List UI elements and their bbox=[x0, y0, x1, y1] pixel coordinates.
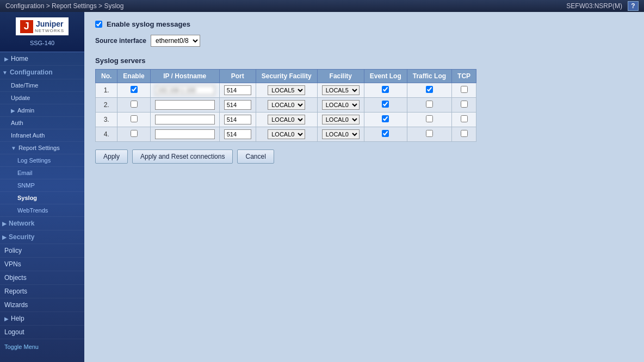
table-row: 2.LOCAL0LOCAL1LOCAL2LOCAL3LOCAL4LOCAL5LO… bbox=[96, 98, 476, 113]
row-traffic-log-4[interactable] bbox=[407, 127, 451, 142]
enable-checkbox-2[interactable] bbox=[131, 101, 138, 108]
sidebar-item-webtrends[interactable]: WebTrends bbox=[0, 204, 84, 217]
tcp-checkbox-3[interactable] bbox=[461, 115, 468, 122]
sidebar-item-configuration[interactable]: ▼ Configuration bbox=[0, 66, 84, 79]
sidebar-item-help[interactable]: ▶ Help bbox=[0, 312, 84, 326]
breadcrumb: Configuration > Report Settings > Syslog bbox=[5, 2, 123, 10]
sidebar-item-policy[interactable]: Policy bbox=[0, 244, 84, 258]
row-event-log-3[interactable] bbox=[364, 113, 407, 127]
cancel-button[interactable]: Cancel bbox=[237, 149, 274, 164]
row-facility-4[interactable]: LOCAL0LOCAL1LOCAL2LOCAL3LOCAL4LOCAL5LOCA… bbox=[317, 127, 364, 142]
row-tcp-3[interactable] bbox=[452, 113, 476, 127]
tcp-checkbox-4[interactable] bbox=[461, 130, 468, 137]
sidebar-item-reports[interactable]: Reports bbox=[0, 285, 84, 298]
syslog-servers-title: Syslog servers bbox=[95, 57, 633, 65]
tcp-checkbox-1[interactable] bbox=[461, 86, 468, 93]
row-event-log-1[interactable] bbox=[364, 83, 407, 98]
row-port-4[interactable] bbox=[219, 127, 256, 142]
row-ip-4[interactable] bbox=[150, 127, 219, 142]
ip-input-3[interactable] bbox=[155, 115, 215, 124]
row-ip-3[interactable] bbox=[150, 113, 219, 127]
row-port-2[interactable] bbox=[219, 98, 256, 113]
sidebar-item-auth[interactable]: Auth bbox=[0, 117, 84, 129]
row-port-1[interactable] bbox=[219, 83, 256, 98]
sidebar-item-network[interactable]: ▶ Network bbox=[0, 217, 84, 230]
security-facility-select-3[interactable]: LOCAL0LOCAL1LOCAL2LOCAL3LOCAL4LOCAL5LOCA… bbox=[268, 115, 305, 124]
facility-select-4[interactable]: LOCAL0LOCAL1LOCAL2LOCAL3LOCAL4LOCAL5LOCA… bbox=[322, 129, 360, 139]
port-input-2[interactable] bbox=[224, 100, 251, 110]
row-port-3[interactable] bbox=[219, 113, 256, 127]
sidebar-item-security[interactable]: ▶ Security bbox=[0, 230, 84, 244]
sidebar-item-update[interactable]: Update bbox=[0, 92, 84, 104]
traffic-log-checkbox-4[interactable] bbox=[426, 130, 433, 137]
row-facility-3[interactable]: LOCAL0LOCAL1LOCAL2LOCAL3LOCAL4LOCAL5LOCA… bbox=[317, 113, 364, 127]
row-traffic-log-2[interactable] bbox=[407, 98, 451, 113]
row-traffic-log-3[interactable] bbox=[407, 113, 451, 127]
facility-select-3[interactable]: LOCAL0LOCAL1LOCAL2LOCAL3LOCAL4LOCAL5LOCA… bbox=[322, 115, 360, 124]
security-facility-select-1[interactable]: LOCAL0LOCAL1LOCAL2LOCAL3LOCAL4LOCAL5LOCA… bbox=[268, 85, 305, 95]
row-facility-2[interactable]: LOCAL0LOCAL1LOCAL2LOCAL3LOCAL4LOCAL5LOCA… bbox=[317, 98, 364, 113]
ip-input-4[interactable] bbox=[155, 129, 215, 139]
event-log-checkbox-1[interactable] bbox=[382, 86, 389, 93]
enable-checkbox-1[interactable] bbox=[131, 86, 138, 93]
event-log-checkbox-2[interactable] bbox=[382, 101, 389, 108]
row-enable-3[interactable] bbox=[117, 113, 150, 127]
row-ip-1[interactable] bbox=[150, 83, 219, 98]
row-security-facility-3[interactable]: LOCAL0LOCAL1LOCAL2LOCAL3LOCAL4LOCAL5LOCA… bbox=[256, 113, 317, 127]
row-enable-1[interactable] bbox=[117, 83, 150, 98]
sidebar-item-report-settings[interactable]: ▼ Report Settings bbox=[0, 142, 84, 154]
sidebar-item-infranet-auth[interactable]: Infranet Auth bbox=[0, 129, 84, 142]
row-traffic-log-1[interactable] bbox=[407, 83, 451, 98]
apply-reset-button[interactable]: Apply and Reset connections bbox=[132, 149, 233, 164]
col-no: No. bbox=[96, 70, 117, 83]
row-num-1: 1. bbox=[96, 83, 117, 98]
facility-select-1[interactable]: LOCAL0LOCAL1LOCAL2LOCAL3LOCAL4LOCAL5LOCA… bbox=[322, 85, 360, 95]
row-event-log-2[interactable] bbox=[364, 98, 407, 113]
apply-button[interactable]: Apply bbox=[95, 149, 128, 164]
enable-checkbox-4[interactable] bbox=[131, 130, 138, 137]
row-event-log-4[interactable] bbox=[364, 127, 407, 142]
row-tcp-4[interactable] bbox=[452, 127, 476, 142]
sidebar-item-snmp[interactable]: SNMP bbox=[0, 179, 84, 192]
sidebar-item-logout[interactable]: Logout bbox=[0, 326, 84, 339]
row-tcp-2[interactable] bbox=[452, 98, 476, 113]
event-log-checkbox-3[interactable] bbox=[382, 115, 389, 122]
row-security-facility-4[interactable]: LOCAL0LOCAL1LOCAL2LOCAL3LOCAL4LOCAL5LOCA… bbox=[256, 127, 317, 142]
sidebar-item-home[interactable]: ▶ Home bbox=[0, 52, 84, 66]
ip-input-2[interactable] bbox=[155, 100, 215, 110]
toggle-menu-button[interactable]: Toggle Menu bbox=[0, 339, 84, 354]
row-tcp-1[interactable] bbox=[452, 83, 476, 98]
tcp-checkbox-2[interactable] bbox=[461, 101, 468, 108]
ip-input-1[interactable] bbox=[155, 85, 215, 95]
facility-select-2[interactable]: LOCAL0LOCAL1LOCAL2LOCAL3LOCAL4LOCAL5LOCA… bbox=[322, 100, 360, 110]
port-input-1[interactable] bbox=[224, 85, 251, 95]
help-button[interactable]: ? bbox=[628, 1, 639, 11]
port-input-3[interactable] bbox=[224, 115, 251, 124]
logo-area: J Juniper NETWORKS SSG-140 bbox=[0, 12, 84, 52]
security-facility-select-4[interactable]: LOCAL0LOCAL1LOCAL2LOCAL3LOCAL4LOCAL5LOCA… bbox=[268, 129, 305, 139]
sidebar-item-admin[interactable]: ▶ Admin bbox=[0, 104, 84, 117]
enable-checkbox-3[interactable] bbox=[131, 115, 138, 122]
sidebar-item-email[interactable]: Email bbox=[0, 167, 84, 179]
row-enable-4[interactable] bbox=[117, 127, 150, 142]
row-ip-2[interactable] bbox=[150, 98, 219, 113]
sidebar-item-syslog[interactable]: Syslog bbox=[0, 192, 84, 204]
traffic-log-checkbox-1[interactable] bbox=[426, 86, 433, 93]
sidebar-item-objects[interactable]: Objects bbox=[0, 271, 84, 285]
row-enable-2[interactable] bbox=[117, 98, 150, 113]
source-interface-select[interactable]: ethernet0/8 ethernet0/1 ethernet0/2 bbox=[151, 35, 200, 47]
sidebar-item-wizards[interactable]: Wizards bbox=[0, 298, 84, 312]
port-input-4[interactable] bbox=[224, 129, 251, 139]
sidebar-item-log-settings[interactable]: Log Settings bbox=[0, 154, 84, 167]
sidebar-item-vpns[interactable]: VPNs bbox=[0, 258, 84, 271]
traffic-log-checkbox-3[interactable] bbox=[426, 115, 433, 122]
traffic-log-checkbox-2[interactable] bbox=[426, 101, 433, 108]
event-log-checkbox-4[interactable] bbox=[382, 130, 389, 137]
row-security-facility-2[interactable]: LOCAL0LOCAL1LOCAL2LOCAL3LOCAL4LOCAL5LOCA… bbox=[256, 98, 317, 113]
expand-icon: ▶ bbox=[4, 316, 9, 322]
row-facility-1[interactable]: LOCAL0LOCAL1LOCAL2LOCAL3LOCAL4LOCAL5LOCA… bbox=[317, 83, 364, 98]
security-facility-select-2[interactable]: LOCAL0LOCAL1LOCAL2LOCAL3LOCAL4LOCAL5LOCA… bbox=[268, 100, 305, 110]
sidebar-item-datetime[interactable]: Date/Time bbox=[0, 79, 84, 92]
row-security-facility-1[interactable]: LOCAL0LOCAL1LOCAL2LOCAL3LOCAL4LOCAL5LOCA… bbox=[256, 83, 317, 98]
enable-syslog-checkbox[interactable] bbox=[95, 21, 102, 28]
